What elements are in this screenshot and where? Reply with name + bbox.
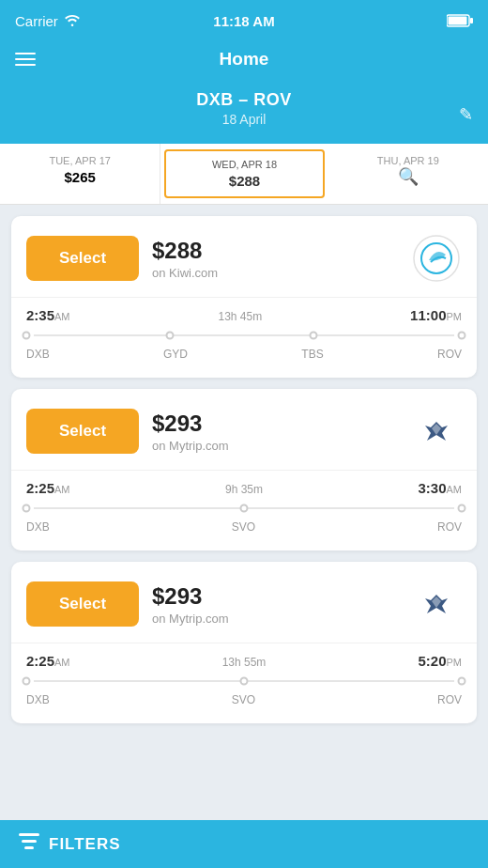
route-text: DXB – ROV bbox=[15, 90, 473, 110]
airline-logo-1 bbox=[411, 406, 462, 457]
route-bar: DXB – ROV 18 April ✎ bbox=[0, 85, 488, 144]
filters-bar[interactable]: FILTERS bbox=[0, 820, 488, 868]
date-tabs: TUE, APR 17 $265 WED, APR 18 $288 THU, A… bbox=[0, 144, 488, 205]
duration-1: 9h 35m bbox=[225, 483, 263, 496]
stop1-label-1: SVO bbox=[232, 520, 255, 534]
route-separator: – bbox=[238, 90, 249, 109]
filter-lines-icon bbox=[19, 833, 39, 850]
price-block-1: $293 on Mytrip.com bbox=[152, 411, 398, 453]
airport-labels-1: DXB SVO ROV bbox=[26, 520, 462, 534]
route-date: 18 April bbox=[15, 112, 473, 127]
dot-stop1-2 bbox=[240, 677, 249, 686]
price-block-2: $293 on Mytrip.com bbox=[152, 583, 398, 626]
price-source-2: on Mytrip.com bbox=[152, 612, 398, 626]
flight-card-0: Select $288 on Kiwi.com 2:35AM bbox=[11, 216, 477, 378]
status-bar: Carrier 11:18 AM bbox=[0, 0, 488, 41]
date-tab-price-1: $288 bbox=[172, 173, 316, 189]
origin-label-2: DXB bbox=[26, 693, 50, 706]
date-tab-0[interactable]: TUE, APR 17 $265 bbox=[0, 144, 160, 204]
card-bottom-2: 2:25AM 13h 55m 5:20PM DXB SVO ROV bbox=[11, 643, 477, 723]
date-tab-label-0: TUE, APR 17 bbox=[8, 155, 152, 166]
mytrip-logo-svg-2 bbox=[412, 580, 461, 628]
dest-code: ROV bbox=[253, 90, 292, 109]
stop2-label-0: TBS bbox=[301, 348, 323, 361]
arrive-time-0: 11:00PM bbox=[410, 307, 462, 323]
dot-start-1 bbox=[23, 504, 31, 513]
card-top-2: Select $293 on Mytrip.com bbox=[11, 562, 477, 643]
price-amount-2: $293 bbox=[152, 583, 398, 610]
dest-label-0: ROV bbox=[437, 348, 462, 361]
dot-start-0 bbox=[23, 332, 31, 340]
filters-label: FILTERS bbox=[49, 835, 121, 854]
dot-start-2 bbox=[23, 677, 31, 686]
status-bar-time: 11:18 AM bbox=[213, 13, 274, 29]
dot-stop1-0 bbox=[166, 332, 175, 340]
depart-time-1: 2:25AM bbox=[26, 480, 70, 496]
select-button-0[interactable]: Select bbox=[26, 236, 139, 281]
mytrip-logo-svg-1 bbox=[412, 407, 461, 456]
status-bar-left: Carrier bbox=[15, 13, 81, 29]
app-header: Home bbox=[0, 41, 488, 85]
select-button-2[interactable]: Select bbox=[26, 581, 139, 627]
price-source-0: on Kiwi.com bbox=[152, 266, 398, 280]
battery-icon bbox=[447, 14, 473, 27]
carrier-label: Carrier bbox=[15, 13, 58, 29]
dest-label-1: ROV bbox=[437, 520, 462, 534]
header-title: Home bbox=[220, 49, 269, 70]
dot-stop1-1 bbox=[240, 504, 249, 513]
airport-labels-2: DXB SVO ROV bbox=[26, 693, 462, 706]
date-tab-1[interactable]: WED, APR 18 $288 bbox=[164, 149, 324, 198]
route-line-0 bbox=[26, 327, 462, 344]
filters-icon bbox=[19, 833, 39, 855]
stop1-label-2: SVO bbox=[232, 693, 255, 706]
menu-button[interactable] bbox=[15, 53, 36, 66]
airline-logo-2 bbox=[411, 579, 462, 629]
origin-code: DXB bbox=[196, 90, 234, 109]
origin-label-0: DXB bbox=[26, 348, 50, 361]
flight-times-0: 2:35AM 13h 45m 11:00PM bbox=[26, 307, 462, 323]
arrive-time-1: 3:30AM bbox=[418, 480, 462, 496]
date-tab-label-2: THU, APR 19 bbox=[336, 155, 480, 166]
dest-label-2: ROV bbox=[437, 693, 462, 706]
flight-card-1: Select $293 on Mytrip.com 2:25AM 9h 35m bbox=[11, 389, 477, 550]
card-bottom-0: 2:35AM 13h 45m 11:00PM DXB GYD TBS ROV bbox=[11, 297, 477, 378]
edit-route-button[interactable]: ✎ bbox=[459, 104, 473, 125]
svg-rect-2 bbox=[470, 18, 473, 23]
date-tab-price-0: $265 bbox=[8, 169, 152, 185]
depart-time-0: 2:35AM bbox=[26, 307, 70, 323]
flight-times-2: 2:25AM 13h 55m 5:20PM bbox=[26, 653, 462, 669]
card-top-1: Select $293 on Mytrip.com bbox=[11, 389, 477, 470]
origin-label-1: DXB bbox=[26, 520, 50, 534]
status-bar-right bbox=[447, 14, 473, 27]
svg-rect-7 bbox=[24, 846, 34, 849]
card-top-0: Select $288 on Kiwi.com bbox=[11, 216, 477, 297]
card-bottom-1: 2:25AM 9h 35m 3:30AM DXB SVO ROV bbox=[11, 470, 477, 550]
select-button-1[interactable]: Select bbox=[26, 409, 139, 454]
route-line-2 bbox=[26, 673, 462, 690]
stop1-label-0: GYD bbox=[163, 348, 188, 361]
price-amount-0: $288 bbox=[152, 238, 398, 264]
flight-times-1: 2:25AM 9h 35m 3:30AM bbox=[26, 480, 462, 496]
svg-rect-1 bbox=[449, 17, 467, 25]
dot-end-2 bbox=[458, 677, 466, 686]
svg-rect-5 bbox=[19, 833, 39, 836]
flight-card-2: Select $293 on Mytrip.com 2:25AM 13h 55m… bbox=[11, 562, 477, 723]
svg-rect-6 bbox=[22, 840, 37, 843]
date-tab-label-1: WED, APR 18 bbox=[172, 159, 316, 170]
price-amount-1: $293 bbox=[152, 411, 398, 437]
dot-end-1 bbox=[458, 504, 466, 513]
airline-logo-0 bbox=[411, 233, 462, 284]
wifi-icon bbox=[64, 15, 81, 26]
kiwi-logo-svg bbox=[412, 234, 461, 283]
flights-list: Select $288 on Kiwi.com 2:35AM bbox=[0, 205, 488, 862]
price-block-0: $288 on Kiwi.com bbox=[152, 238, 398, 280]
date-tab-search-icon-2: 🔍 bbox=[336, 166, 480, 187]
duration-0: 13h 45m bbox=[218, 310, 262, 323]
price-source-1: on Mytrip.com bbox=[152, 439, 398, 453]
depart-time-2: 2:25AM bbox=[26, 653, 70, 669]
date-tab-2[interactable]: THU, APR 19 🔍 bbox=[328, 144, 488, 204]
airport-labels-0: DXB GYD TBS ROV bbox=[26, 348, 462, 361]
arrive-time-2: 5:20PM bbox=[418, 653, 462, 669]
duration-2: 13h 55m bbox=[222, 656, 267, 669]
dot-stop2-0 bbox=[310, 332, 318, 340]
